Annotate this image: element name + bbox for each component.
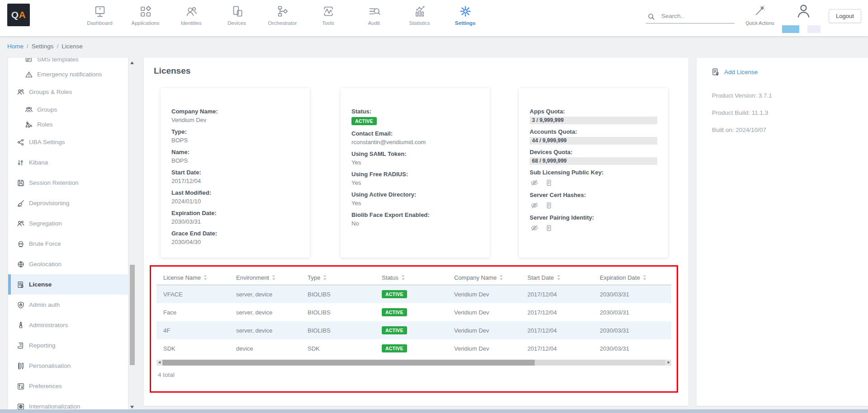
sidebar-item-groups[interactable]: Groups bbox=[8, 102, 128, 117]
field-label: Name: bbox=[171, 149, 299, 155]
nav-item-settings[interactable]: Settings bbox=[442, 3, 488, 33]
devices-icon bbox=[230, 5, 244, 18]
status-badge: ACTIVE bbox=[382, 326, 407, 334]
search-input[interactable] bbox=[646, 11, 735, 23]
licenses-table-highlight-box: License NameEnvironmentTypeStatusCompany… bbox=[150, 265, 678, 393]
user-color-chip-lavender[interactable] bbox=[807, 25, 821, 33]
column-header-expiration-date[interactable]: Expiration Date bbox=[600, 274, 671, 281]
table-row-vface[interactable]: VFACEserver, deviceBIOLIBSACTIVEVeridium… bbox=[157, 285, 671, 303]
column-header-label: Expiration Date bbox=[600, 274, 640, 281]
sidebar-item-brute-force[interactable]: Brute Force bbox=[8, 234, 128, 254]
table-row-sdk[interactable]: SDKdeviceSDKACTIVEVeridium Dev2017/12/04… bbox=[157, 339, 671, 357]
field-label: Status: bbox=[351, 108, 479, 115]
nav-item-dashboard[interactable]: Dashboard bbox=[77, 3, 123, 33]
nav-item-tools[interactable]: Tools bbox=[305, 3, 351, 33]
column-header-type[interactable]: Type bbox=[308, 274, 382, 281]
field-label: Accounts Quota: bbox=[530, 128, 657, 135]
field-label: Server Pairing Identity: bbox=[530, 214, 657, 221]
field-label: Expiration Date: bbox=[171, 210, 299, 216]
field-label: Using Free RADIUS: bbox=[351, 171, 479, 178]
column-header-license-name[interactable]: License Name bbox=[163, 274, 236, 281]
product-info-line: Built on: 2024/10/07 bbox=[712, 127, 868, 133]
field-value: BOPS bbox=[171, 157, 299, 164]
field-value: 2030/03/31 bbox=[171, 218, 299, 225]
nav-item-orchestrator[interactable]: Orchestrator bbox=[260, 3, 305, 33]
field-using-saml-token: Using SAML Token:Yes bbox=[351, 150, 479, 166]
reveal-eye-off-icon[interactable] bbox=[531, 179, 538, 187]
sidebar-item-license[interactable]: License bbox=[8, 274, 128, 295]
nav-item-audit[interactable]: Audit bbox=[351, 3, 397, 33]
breadcrumb-item-home[interactable]: Home bbox=[7, 43, 24, 50]
cell-status: ACTIVE bbox=[382, 326, 454, 334]
field-label: Last Modified: bbox=[171, 189, 299, 196]
nav-item-devices[interactable]: Devices bbox=[214, 3, 260, 33]
magic-wand-icon bbox=[754, 5, 766, 17]
sidebar-scrollbar-thumb[interactable] bbox=[130, 265, 135, 365]
breadcrumb-item-settings[interactable]: Settings bbox=[32, 43, 54, 50]
licenses-panel: Licenses Company Name:Veridium DevType:B… bbox=[144, 58, 688, 406]
geolocation-icon bbox=[17, 260, 25, 268]
copy-clipboard-icon[interactable] bbox=[545, 179, 553, 187]
sidebar-item-label: Roles bbox=[37, 121, 53, 128]
nav-item-identities[interactable]: Identities bbox=[168, 3, 214, 33]
field-label: Devices Quota: bbox=[530, 149, 657, 155]
reveal-eye-off-icon[interactable] bbox=[531, 202, 538, 209]
sidebar-item-sms-templates[interactable]: SMS templates bbox=[8, 58, 128, 67]
column-header-company-name[interactable]: Company Name bbox=[454, 274, 527, 281]
nav-item-statistics[interactable]: Statistics bbox=[397, 3, 442, 33]
nav-item-label: Statistics bbox=[409, 20, 430, 26]
brand-logo[interactable]: QA bbox=[7, 4, 30, 26]
sidebar-item-roles[interactable]: Roles bbox=[8, 117, 128, 132]
sidebar-item-uba-settings[interactable]: UBA Settings bbox=[8, 132, 128, 152]
sidebar-item-admin-auth[interactable]: Admin auth bbox=[8, 295, 128, 315]
license-summary-card: Company Name:Veridium DevType:BOPSName:B… bbox=[161, 88, 310, 258]
copy-clipboard-icon[interactable] bbox=[545, 202, 553, 209]
add-license-button[interactable]: Add License bbox=[711, 68, 868, 76]
sidebar-item-kibana[interactable]: Kibana bbox=[8, 152, 128, 173]
session-retention-icon bbox=[17, 179, 25, 187]
quota-bar: 44 / 9,999,999 bbox=[530, 137, 657, 145]
sort-arrows-icon bbox=[557, 275, 560, 280]
scroll-down-arrow-icon[interactable] bbox=[130, 406, 134, 408]
sidebar-item-deprovisioning[interactable]: Deprovisioning bbox=[8, 193, 128, 213]
bottom-window-strip bbox=[0, 409, 868, 413]
nav-item-applications[interactable]: Applications bbox=[123, 3, 168, 33]
column-header-start-date[interactable]: Start Date bbox=[527, 274, 600, 281]
user-color-chip-blue[interactable] bbox=[782, 25, 799, 33]
sidebar-item-preferences[interactable]: Preferences bbox=[8, 376, 128, 396]
hscroll-left-arrow-icon[interactable] bbox=[157, 360, 162, 366]
sidebar-item-emergency-notifications[interactable]: Emergency notifications bbox=[8, 67, 128, 82]
breadcrumb-item-license[interactable]: License bbox=[62, 43, 83, 50]
sidebar-item-administrators[interactable]: Administrators bbox=[8, 315, 128, 335]
logout-button[interactable]: Logout bbox=[829, 9, 861, 23]
sidebar-item-reporting[interactable]: Reporting bbox=[8, 335, 128, 356]
cell-company-name: Veridium Dev bbox=[454, 291, 527, 298]
table-row-face[interactable]: Faceserver, deviceBIOLIBSACTIVEVeridium … bbox=[157, 303, 671, 321]
field-value: No bbox=[351, 220, 479, 227]
sidebar-item-segregation[interactable]: Segregation bbox=[8, 213, 128, 234]
sidebar-item-session-retention[interactable]: Session Retention bbox=[8, 173, 128, 193]
nav-item-label: Dashboard bbox=[87, 20, 112, 26]
table-row-4f[interactable]: 4Fserver, deviceBIOLIBSACTIVEVeridium De… bbox=[157, 321, 671, 339]
hscroll-right-arrow-icon[interactable] bbox=[665, 360, 671, 366]
column-header-environment[interactable]: Environment bbox=[236, 274, 308, 281]
field-devices-quota: Devices Quota:68 / 9,999,999 bbox=[530, 149, 657, 165]
hscroll-thumb[interactable] bbox=[162, 360, 535, 366]
reveal-eye-off-icon[interactable] bbox=[531, 224, 538, 232]
user-avatar-icon[interactable] bbox=[795, 2, 812, 20]
scroll-up-arrow-icon[interactable] bbox=[130, 61, 134, 64]
field-using-active-directory: Using Active Directory:Yes bbox=[351, 191, 479, 206]
sidebar-item-groups-roles[interactable]: Groups & Roles bbox=[8, 82, 128, 102]
field-label: Contact Email: bbox=[351, 130, 479, 137]
sidebar-item-geolocation[interactable]: Geolocation bbox=[8, 254, 128, 274]
secret-actions bbox=[531, 224, 657, 232]
cell-company-name: Veridium Dev bbox=[454, 309, 527, 316]
sidebar-item-personalisation[interactable]: Personalisation bbox=[8, 356, 128, 376]
hscroll-track[interactable] bbox=[162, 360, 665, 366]
quick-actions-button[interactable]: Quick Actions bbox=[741, 5, 779, 26]
copy-clipboard-icon[interactable] bbox=[545, 224, 553, 232]
column-header-status[interactable]: Status bbox=[382, 274, 454, 281]
field-type: Type:BOPS bbox=[171, 128, 299, 144]
cell-license-name: VFACE bbox=[163, 291, 236, 298]
secret-actions bbox=[531, 202, 657, 209]
